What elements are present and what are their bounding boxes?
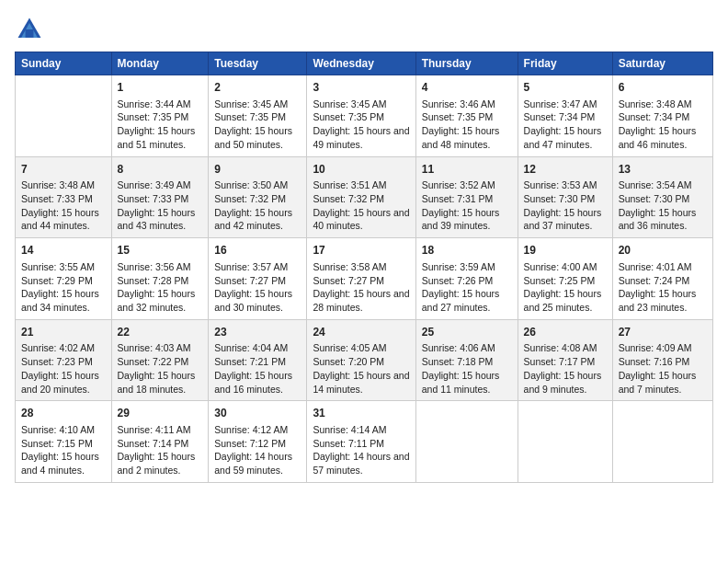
day-number: 17 <box>313 243 409 259</box>
day-info: Sunrise: 4:08 AMSunset: 7:17 PMDaylight:… <box>524 341 607 396</box>
day-info: Sunrise: 3:56 AMSunset: 7:28 PMDaylight:… <box>118 260 203 315</box>
header-saturday: Saturday <box>612 52 712 75</box>
header-monday: Monday <box>111 52 209 75</box>
day-number: 10 <box>313 162 409 178</box>
calendar-week-row: 1Sunrise: 3:44 AMSunset: 7:35 PMDaylight… <box>16 75 713 157</box>
day-number: 19 <box>524 243 607 259</box>
day-info: Sunrise: 3:45 AMSunset: 7:35 PMDaylight:… <box>214 98 301 152</box>
calendar-cell: 9Sunrise: 3:50 AMSunset: 7:32 PMDaylight… <box>209 156 307 238</box>
header-tuesday: Tuesday <box>209 52 307 75</box>
calendar-cell: 21Sunrise: 4:02 AMSunset: 7:23 PMDayligh… <box>16 319 112 401</box>
calendar-cell: 15Sunrise: 3:56 AMSunset: 7:28 PMDayligh… <box>111 238 209 320</box>
logo <box>15 15 48 44</box>
day-number: 13 <box>619 162 707 178</box>
day-number: 4 <box>422 80 512 96</box>
calendar-week-row: 21Sunrise: 4:02 AMSunset: 7:23 PMDayligh… <box>16 319 713 401</box>
day-number: 18 <box>422 243 512 259</box>
calendar-cell: 3Sunrise: 3:45 AMSunset: 7:35 PMDaylight… <box>307 75 415 157</box>
calendar-cell: 14Sunrise: 3:55 AMSunset: 7:29 PMDayligh… <box>16 238 112 320</box>
day-number: 15 <box>118 243 203 259</box>
day-number: 2 <box>214 80 301 96</box>
day-number: 27 <box>619 325 707 340</box>
day-info: Sunrise: 4:05 AMSunset: 7:20 PMDaylight:… <box>313 341 409 396</box>
day-info: Sunrise: 4:01 AMSunset: 7:24 PMDaylight:… <box>619 260 707 315</box>
day-info: Sunrise: 4:00 AMSunset: 7:25 PMDaylight:… <box>524 260 607 315</box>
day-info: Sunrise: 4:09 AMSunset: 7:16 PMDaylight:… <box>619 341 707 396</box>
calendar-week-row: 7Sunrise: 3:48 AMSunset: 7:33 PMDaylight… <box>16 156 713 238</box>
calendar-cell: 22Sunrise: 4:03 AMSunset: 7:22 PMDayligh… <box>111 319 209 401</box>
calendar-cell: 25Sunrise: 4:06 AMSunset: 7:18 PMDayligh… <box>415 319 518 401</box>
header-wednesday: Wednesday <box>307 52 415 75</box>
day-info: Sunrise: 3:45 AMSunset: 7:35 PMDaylight:… <box>313 98 409 152</box>
calendar-cell <box>612 401 712 483</box>
day-info: Sunrise: 3:58 AMSunset: 7:27 PMDaylight:… <box>313 260 409 315</box>
day-number: 23 <box>214 325 301 340</box>
calendar-cell: 30Sunrise: 4:12 AMSunset: 7:12 PMDayligh… <box>209 401 307 483</box>
calendar-cell: 27Sunrise: 4:09 AMSunset: 7:16 PMDayligh… <box>612 319 712 401</box>
day-number: 12 <box>524 162 607 178</box>
day-info: Sunrise: 3:44 AMSunset: 7:35 PMDaylight:… <box>118 98 203 152</box>
day-info: Sunrise: 3:52 AMSunset: 7:31 PMDaylight:… <box>422 178 512 233</box>
day-number: 25 <box>422 325 512 340</box>
day-info: Sunrise: 4:11 AMSunset: 7:14 PMDaylight:… <box>118 423 203 477</box>
header-sunday: Sunday <box>16 52 112 75</box>
day-info: Sunrise: 4:04 AMSunset: 7:21 PMDaylight:… <box>214 341 301 396</box>
calendar-cell: 18Sunrise: 3:59 AMSunset: 7:26 PMDayligh… <box>415 238 518 320</box>
day-number: 7 <box>21 162 106 178</box>
day-number: 1 <box>118 80 203 96</box>
day-info: Sunrise: 3:47 AMSunset: 7:34 PMDaylight:… <box>524 98 607 152</box>
day-number: 31 <box>313 406 409 421</box>
calendar-cell: 28Sunrise: 4:10 AMSunset: 7:15 PMDayligh… <box>16 401 112 483</box>
calendar-cell: 7Sunrise: 3:48 AMSunset: 7:33 PMDaylight… <box>16 156 112 238</box>
day-info: Sunrise: 4:03 AMSunset: 7:22 PMDaylight:… <box>118 341 203 396</box>
calendar-cell: 13Sunrise: 3:54 AMSunset: 7:30 PMDayligh… <box>612 156 712 238</box>
calendar-week-row: 14Sunrise: 3:55 AMSunset: 7:29 PMDayligh… <box>16 238 713 320</box>
day-number: 30 <box>214 406 301 421</box>
page-header <box>15 15 713 44</box>
day-number: 21 <box>21 325 106 340</box>
logo-icon <box>15 15 44 44</box>
calendar-cell <box>16 75 112 157</box>
day-info: Sunrise: 4:06 AMSunset: 7:18 PMDaylight:… <box>422 341 512 396</box>
calendar-cell <box>415 401 518 483</box>
day-info: Sunrise: 3:51 AMSunset: 7:32 PMDaylight:… <box>313 178 409 233</box>
calendar-cell: 12Sunrise: 3:53 AMSunset: 7:30 PMDayligh… <box>518 156 612 238</box>
day-number: 9 <box>214 162 301 178</box>
day-info: Sunrise: 4:14 AMSunset: 7:11 PMDaylight:… <box>313 423 409 477</box>
calendar-cell: 6Sunrise: 3:48 AMSunset: 7:34 PMDaylight… <box>612 75 712 157</box>
day-number: 6 <box>619 80 707 96</box>
calendar-cell: 17Sunrise: 3:58 AMSunset: 7:27 PMDayligh… <box>307 238 415 320</box>
day-info: Sunrise: 4:10 AMSunset: 7:15 PMDaylight:… <box>21 423 106 477</box>
day-info: Sunrise: 3:57 AMSunset: 7:27 PMDaylight:… <box>214 260 301 315</box>
calendar-cell: 1Sunrise: 3:44 AMSunset: 7:35 PMDaylight… <box>111 75 209 157</box>
day-number: 8 <box>118 162 203 178</box>
calendar-cell: 23Sunrise: 4:04 AMSunset: 7:21 PMDayligh… <box>209 319 307 401</box>
day-info: Sunrise: 3:46 AMSunset: 7:35 PMDaylight:… <box>422 98 512 152</box>
day-number: 3 <box>313 80 409 96</box>
calendar-cell: 16Sunrise: 3:57 AMSunset: 7:27 PMDayligh… <box>209 238 307 320</box>
svg-rect-2 <box>26 29 34 38</box>
day-info: Sunrise: 3:54 AMSunset: 7:30 PMDaylight:… <box>619 178 707 233</box>
calendar-cell: 4Sunrise: 3:46 AMSunset: 7:35 PMDaylight… <box>415 75 518 157</box>
calendar-cell: 24Sunrise: 4:05 AMSunset: 7:20 PMDayligh… <box>307 319 415 401</box>
calendar-cell: 20Sunrise: 4:01 AMSunset: 7:24 PMDayligh… <box>612 238 712 320</box>
calendar-cell: 8Sunrise: 3:49 AMSunset: 7:33 PMDaylight… <box>111 156 209 238</box>
header-thursday: Thursday <box>415 52 518 75</box>
header-friday: Friday <box>518 52 612 75</box>
calendar-table: SundayMondayTuesdayWednesdayThursdayFrid… <box>15 52 713 483</box>
day-number: 5 <box>524 80 607 96</box>
day-info: Sunrise: 3:48 AMSunset: 7:34 PMDaylight:… <box>619 98 707 152</box>
day-number: 20 <box>619 243 707 259</box>
day-info: Sunrise: 3:59 AMSunset: 7:26 PMDaylight:… <box>422 260 512 315</box>
calendar-cell: 31Sunrise: 4:14 AMSunset: 7:11 PMDayligh… <box>307 401 415 483</box>
day-number: 22 <box>118 325 203 340</box>
calendar-header-row: SundayMondayTuesdayWednesdayThursdayFrid… <box>16 52 713 75</box>
calendar-cell: 5Sunrise: 3:47 AMSunset: 7:34 PMDaylight… <box>518 75 612 157</box>
day-info: Sunrise: 4:12 AMSunset: 7:12 PMDaylight:… <box>214 423 301 477</box>
day-info: Sunrise: 3:50 AMSunset: 7:32 PMDaylight:… <box>214 178 301 233</box>
calendar-cell: 2Sunrise: 3:45 AMSunset: 7:35 PMDaylight… <box>209 75 307 157</box>
calendar-cell: 29Sunrise: 4:11 AMSunset: 7:14 PMDayligh… <box>111 401 209 483</box>
day-info: Sunrise: 3:48 AMSunset: 7:33 PMDaylight:… <box>21 178 106 233</box>
calendar-cell: 11Sunrise: 3:52 AMSunset: 7:31 PMDayligh… <box>415 156 518 238</box>
calendar-cell: 19Sunrise: 4:00 AMSunset: 7:25 PMDayligh… <box>518 238 612 320</box>
